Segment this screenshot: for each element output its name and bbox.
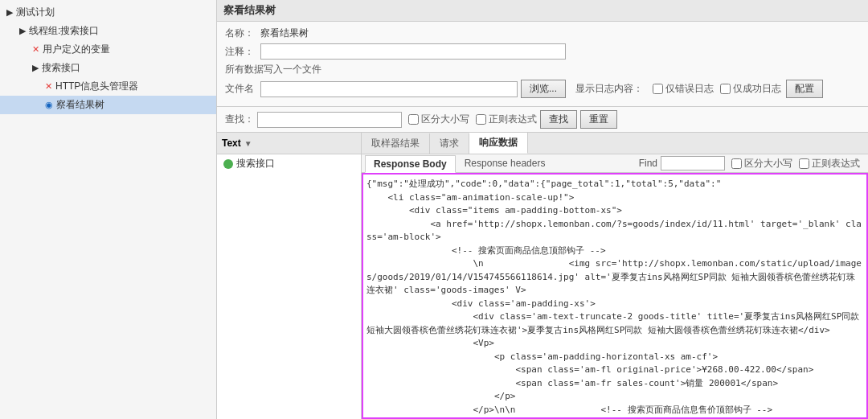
search-label: 查找： (225, 113, 254, 126)
comment-input[interactable] (260, 43, 566, 60)
filename-label: 文件名 (225, 82, 257, 96)
only-success-checkbox[interactable]: 仅成功日志 (720, 82, 781, 96)
panel-title: 察看结果树 (223, 4, 276, 16)
x-icon: ✕ (32, 44, 39, 55)
panel-header: 察看结果树 (217, 0, 868, 22)
table-header-row: Text ▼ 取样器结果 请求 响应数据 (217, 133, 868, 154)
sidebar-item-label: 测试计划 (16, 6, 55, 19)
dropdown-arrow-icon[interactable]: ▼ (244, 139, 252, 148)
sidebar-item-result-tree[interactable]: ◉ 察看结果树 (0, 96, 216, 114)
tree-icon: ◉ (45, 100, 53, 110)
col-text-header: Text ▼ (217, 133, 362, 154)
case-sensitive-checkbox[interactable]: 区分大小写 (408, 113, 469, 126)
name-label: 名称： (225, 27, 257, 40)
only-error-checkbox[interactable]: 仅错误日志 (653, 82, 714, 96)
regex-checkbox[interactable]: 正则表达式 (476, 113, 537, 126)
content-body: 搜索接口 Response Body Response headers Find (217, 154, 868, 419)
filename-row: 文件名 浏览... 显示日志内容： 仅错误日志 仅成功日志 配置 (225, 80, 860, 98)
comment-row: 注释： (225, 43, 860, 60)
x-icon: ✕ (45, 81, 52, 92)
tab-request[interactable]: 请求 (430, 134, 469, 154)
browse-button[interactable]: 浏览... (521, 80, 566, 98)
sidebar: ▶ 测试计划 ▶ 线程组:搜索接口 ✕ 用户定义的变量 ▶ 搜索接口 ✕ HTT… (0, 0, 217, 419)
status-green-icon (223, 159, 233, 169)
sub-tab-body[interactable]: Response Body (365, 155, 456, 173)
sidebar-item-label: 搜索接口 (42, 61, 80, 75)
find-label: Find (639, 158, 657, 169)
main-panel: 察看结果树 名称： 察看结果树 注释： 所有数据写入一个文件 文件名 浏览...… (217, 0, 868, 419)
find-case-checkbox[interactable]: 区分大小写 (731, 157, 792, 170)
write-all-label: 所有数据写入一个文件 (225, 63, 321, 76)
comment-label: 注释： (225, 45, 257, 59)
find-row: Find 区分大小写 正则表达式 (639, 156, 865, 170)
sidebar-item-label: HTTP信息头管理器 (55, 80, 138, 93)
sidebar-item-http-header[interactable]: ✕ HTTP信息头管理器 (0, 77, 216, 96)
expand-icon: ▶ (32, 63, 39, 73)
config-button[interactable]: 配置 (786, 80, 823, 98)
sub-tab-headers[interactable]: Response headers (456, 154, 555, 172)
name-row: 名称： 察看结果树 (225, 27, 860, 40)
sidebar-item-user-vars[interactable]: ✕ 用户定义的变量 (0, 40, 216, 59)
name-value: 察看结果树 (260, 27, 309, 40)
search-input[interactable] (257, 112, 402, 128)
find-input[interactable] (661, 156, 725, 170)
response-text: {"msg":"处理成功","code":0,"data":{"page_tot… (366, 178, 863, 419)
sidebar-item-label: 用户定义的变量 (43, 43, 110, 56)
form-section: 名称： 察看结果树 注释： 所有数据写入一个文件 文件名 浏览... 显示日志内… (217, 22, 868, 107)
filename-input[interactable] (260, 81, 518, 97)
sub-tabs-row: Response Body Response headers Find 区分大小… (362, 154, 868, 173)
expand-icon: ▶ (6, 7, 13, 18)
log-label: 显示日志内容： (575, 82, 643, 96)
sidebar-item-plan[interactable]: ▶ 测试计划 (0, 3, 216, 22)
tree-item-search[interactable]: 搜索接口 (217, 154, 361, 173)
search-button[interactable]: 查找 (540, 110, 577, 129)
find-regex-checkbox[interactable]: 正则表达式 (799, 157, 860, 170)
expand-icon: ▶ (19, 26, 26, 36)
search-row: 查找： 区分大小写 正则表达式 查找 重置 (217, 107, 868, 133)
tab-extractor[interactable]: 取样器结果 (362, 134, 430, 154)
sidebar-item-label: 察看结果树 (56, 98, 104, 112)
tree-panel: 搜索接口 (217, 154, 362, 419)
reset-button[interactable]: 重置 (580, 110, 617, 129)
write-all-row: 所有数据写入一个文件 (225, 63, 860, 76)
sidebar-item-thread-group[interactable]: ▶ 线程组:搜索接口 (0, 22, 216, 40)
response-body-content[interactable]: {"msg":"处理成功","code":0,"data":{"page_tot… (362, 173, 868, 419)
sidebar-item-sampler[interactable]: ▶ 搜索接口 (0, 59, 216, 77)
sidebar-item-label: 线程组:搜索接口 (29, 24, 99, 38)
tab-response[interactable]: 响应数据 (469, 133, 528, 154)
